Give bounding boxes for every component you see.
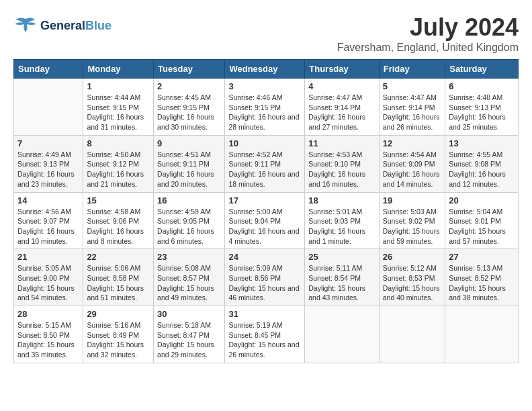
calendar-cell: 7Sunrise: 4:49 AMSunset: 9:13 PMDaylight… bbox=[14, 135, 83, 192]
day-number: 31 bbox=[228, 309, 301, 319]
day-info: Sunrise: 5:06 AMSunset: 8:58 PMDaylight:… bbox=[87, 263, 150, 303]
day-number: 14 bbox=[17, 195, 79, 205]
weekday-header-saturday: Saturday bbox=[445, 60, 519, 79]
calendar-cell bbox=[379, 306, 445, 363]
calendar-cell: 13Sunrise: 4:55 AMSunset: 9:08 PMDayligh… bbox=[445, 135, 519, 192]
day-number: 12 bbox=[383, 138, 441, 148]
calendar-cell bbox=[305, 306, 380, 363]
day-number: 10 bbox=[228, 138, 301, 148]
title-block: July 2024 Faversham, England, United Kin… bbox=[337, 13, 519, 54]
calendar-cell: 16Sunrise: 4:59 AMSunset: 9:05 PMDayligh… bbox=[154, 192, 225, 249]
weekday-header-thursday: Thursday bbox=[305, 60, 380, 79]
calendar-week-row: 7Sunrise: 4:49 AMSunset: 9:13 PMDaylight… bbox=[14, 135, 519, 192]
calendar-cell: 17Sunrise: 5:00 AMSunset: 9:04 PMDayligh… bbox=[225, 192, 305, 249]
calendar-table: SundayMondayTuesdayWednesdayThursdayFrid… bbox=[13, 59, 519, 363]
calendar-cell: 2Sunrise: 4:45 AMSunset: 9:15 PMDaylight… bbox=[154, 79, 225, 136]
day-info: Sunrise: 5:08 AMSunset: 8:57 PMDaylight:… bbox=[157, 263, 221, 303]
calendar-week-row: 28Sunrise: 5:15 AMSunset: 8:50 PMDayligh… bbox=[14, 306, 519, 363]
weekday-header-wednesday: Wednesday bbox=[225, 60, 305, 79]
day-info: Sunrise: 4:52 AMSunset: 9:11 PMDaylight:… bbox=[228, 150, 301, 189]
calendar-cell: 18Sunrise: 5:01 AMSunset: 9:03 PMDayligh… bbox=[305, 192, 380, 249]
calendar-cell bbox=[445, 306, 519, 363]
day-info: Sunrise: 5:19 AMSunset: 8:45 PMDaylight:… bbox=[228, 320, 301, 360]
calendar-cell: 29Sunrise: 5:16 AMSunset: 8:49 PMDayligh… bbox=[83, 306, 154, 363]
calendar-cell: 27Sunrise: 5:13 AMSunset: 8:52 PMDayligh… bbox=[445, 249, 519, 306]
day-info: Sunrise: 5:05 AMSunset: 9:00 PMDaylight:… bbox=[17, 263, 79, 303]
calendar-week-row: 14Sunrise: 4:56 AMSunset: 9:07 PMDayligh… bbox=[14, 192, 519, 249]
day-number: 15 bbox=[87, 195, 150, 205]
calendar-cell: 31Sunrise: 5:19 AMSunset: 8:45 PMDayligh… bbox=[225, 306, 305, 363]
calendar-cell: 26Sunrise: 5:12 AMSunset: 8:53 PMDayligh… bbox=[379, 249, 445, 306]
calendar-week-row: 1Sunrise: 4:44 AMSunset: 9:15 PMDaylight… bbox=[14, 79, 519, 136]
day-info: Sunrise: 5:16 AMSunset: 8:49 PMDaylight:… bbox=[87, 320, 150, 360]
calendar-cell: 3Sunrise: 4:46 AMSunset: 9:15 PMDaylight… bbox=[225, 79, 305, 136]
day-number: 22 bbox=[87, 252, 150, 262]
calendar-cell: 30Sunrise: 5:18 AMSunset: 8:47 PMDayligh… bbox=[154, 306, 225, 363]
calendar-cell: 9Sunrise: 4:51 AMSunset: 9:11 PMDaylight… bbox=[154, 135, 225, 192]
day-number: 17 bbox=[228, 195, 301, 205]
day-info: Sunrise: 5:01 AMSunset: 9:03 PMDaylight:… bbox=[308, 207, 375, 246]
logo-text: GeneralBlue bbox=[40, 19, 112, 32]
day-info: Sunrise: 4:56 AMSunset: 9:07 PMDaylight:… bbox=[17, 207, 79, 246]
day-info: Sunrise: 5:13 AMSunset: 8:52 PMDaylight:… bbox=[449, 263, 515, 303]
page-header: GeneralBlue July 2024 Faversham, England… bbox=[13, 13, 519, 54]
calendar-cell: 5Sunrise: 4:47 AMSunset: 9:14 PMDaylight… bbox=[379, 79, 445, 136]
weekday-header-friday: Friday bbox=[379, 60, 445, 79]
calendar-cell: 4Sunrise: 4:47 AMSunset: 9:14 PMDaylight… bbox=[305, 79, 380, 136]
calendar-cell: 15Sunrise: 4:58 AMSunset: 9:06 PMDayligh… bbox=[83, 192, 154, 249]
day-number: 13 bbox=[449, 138, 515, 148]
day-info: Sunrise: 4:53 AMSunset: 9:10 PMDaylight:… bbox=[308, 150, 375, 189]
day-info: Sunrise: 5:18 AMSunset: 8:47 PMDaylight:… bbox=[157, 320, 221, 360]
day-number: 16 bbox=[157, 195, 221, 205]
day-number: 27 bbox=[449, 252, 515, 262]
month-year-title: July 2024 bbox=[337, 13, 519, 42]
day-number: 28 bbox=[17, 309, 79, 319]
day-number: 8 bbox=[87, 138, 150, 148]
day-info: Sunrise: 4:48 AMSunset: 9:13 PMDaylight:… bbox=[449, 93, 515, 132]
calendar-cell: 24Sunrise: 5:09 AMSunset: 8:56 PMDayligh… bbox=[225, 249, 305, 306]
calendar-cell: 23Sunrise: 5:08 AMSunset: 8:57 PMDayligh… bbox=[154, 249, 225, 306]
location-subtitle: Faversham, England, United Kingdom bbox=[337, 42, 519, 54]
day-info: Sunrise: 4:51 AMSunset: 9:11 PMDaylight:… bbox=[157, 150, 221, 189]
calendar-cell: 19Sunrise: 5:03 AMSunset: 9:02 PMDayligh… bbox=[379, 192, 445, 249]
calendar-cell: 25Sunrise: 5:11 AMSunset: 8:54 PMDayligh… bbox=[305, 249, 380, 306]
calendar-week-row: 21Sunrise: 5:05 AMSunset: 9:00 PMDayligh… bbox=[14, 249, 519, 306]
day-info: Sunrise: 4:46 AMSunset: 9:15 PMDaylight:… bbox=[228, 93, 301, 132]
day-info: Sunrise: 5:12 AMSunset: 8:53 PMDaylight:… bbox=[383, 263, 441, 303]
day-number: 23 bbox=[157, 252, 221, 262]
calendar-cell: 6Sunrise: 4:48 AMSunset: 9:13 PMDaylight… bbox=[445, 79, 519, 136]
calendar-cell: 8Sunrise: 4:50 AMSunset: 9:12 PMDaylight… bbox=[83, 135, 154, 192]
calendar-cell: 14Sunrise: 4:56 AMSunset: 9:07 PMDayligh… bbox=[14, 192, 83, 249]
day-number: 1 bbox=[87, 81, 150, 91]
calendar-cell: 12Sunrise: 4:54 AMSunset: 9:09 PMDayligh… bbox=[379, 135, 445, 192]
day-number: 20 bbox=[449, 195, 515, 205]
calendar-cell: 10Sunrise: 4:52 AMSunset: 9:11 PMDayligh… bbox=[225, 135, 305, 192]
day-info: Sunrise: 5:00 AMSunset: 9:04 PMDaylight:… bbox=[228, 207, 301, 246]
calendar-cell: 20Sunrise: 5:04 AMSunset: 9:01 PMDayligh… bbox=[445, 192, 519, 249]
day-info: Sunrise: 4:49 AMSunset: 9:13 PMDaylight:… bbox=[17, 150, 79, 189]
day-number: 26 bbox=[383, 252, 441, 262]
day-number: 11 bbox=[308, 138, 375, 148]
calendar-cell: 21Sunrise: 5:05 AMSunset: 9:00 PMDayligh… bbox=[14, 249, 83, 306]
day-info: Sunrise: 4:47 AMSunset: 9:14 PMDaylight:… bbox=[308, 93, 375, 132]
day-number: 2 bbox=[157, 81, 221, 91]
day-number: 24 bbox=[228, 252, 301, 262]
day-number: 9 bbox=[157, 138, 221, 148]
day-info: Sunrise: 4:54 AMSunset: 9:09 PMDaylight:… bbox=[383, 150, 441, 189]
calendar-cell bbox=[14, 79, 83, 136]
day-info: Sunrise: 5:09 AMSunset: 8:56 PMDaylight:… bbox=[228, 263, 301, 303]
logo: GeneralBlue bbox=[13, 13, 112, 38]
weekday-header-row: SundayMondayTuesdayWednesdayThursdayFrid… bbox=[14, 60, 519, 79]
day-number: 19 bbox=[383, 195, 441, 205]
day-number: 29 bbox=[87, 309, 150, 319]
calendar-cell: 28Sunrise: 5:15 AMSunset: 8:50 PMDayligh… bbox=[14, 306, 83, 363]
day-number: 4 bbox=[308, 81, 375, 91]
day-info: Sunrise: 4:45 AMSunset: 9:15 PMDaylight:… bbox=[157, 93, 221, 132]
weekday-header-tuesday: Tuesday bbox=[154, 60, 225, 79]
logo-icon bbox=[13, 13, 38, 38]
day-number: 25 bbox=[308, 252, 375, 262]
day-number: 5 bbox=[383, 81, 441, 91]
day-info: Sunrise: 4:55 AMSunset: 9:08 PMDaylight:… bbox=[449, 150, 515, 189]
day-info: Sunrise: 4:59 AMSunset: 9:05 PMDaylight:… bbox=[157, 207, 221, 246]
day-number: 21 bbox=[17, 252, 79, 262]
